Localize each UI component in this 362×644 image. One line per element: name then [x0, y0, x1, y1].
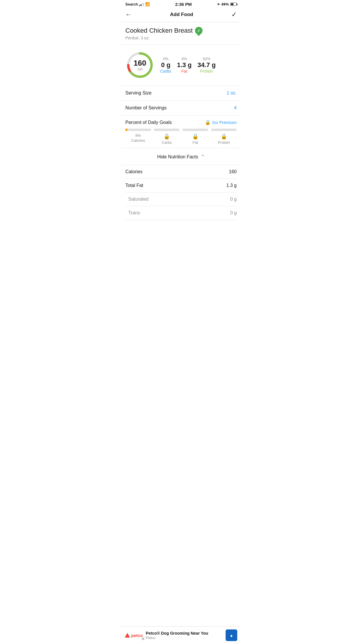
food-name-row: Cooked Chicken Breast: [125, 27, 237, 34]
serving-size-value: 1 oz.: [226, 90, 237, 96]
back-button[interactable]: ←: [125, 11, 132, 18]
goals-labels: 8% Calories 🔒 Carbs 🔒 Fat 🔒 Protein: [125, 133, 237, 145]
macro-item-fat: 8% 1.3 g Fat: [177, 57, 191, 73]
goals-bars: [125, 129, 237, 131]
nutrition-toggle-label: Hide Nutrition Facts: [157, 154, 198, 160]
calorie-donut-chart: 160 cal: [125, 50, 154, 80]
back-carrier-label: Search: [125, 2, 138, 6]
goal-fat-item: 🔒 Fat: [182, 133, 208, 145]
nutrition-calories-label: Calories: [125, 169, 143, 174]
food-name: Cooked Chicken Breast: [125, 27, 193, 34]
location-icon: ➤: [217, 2, 220, 6]
num-servings-label: Number of Servings: [125, 105, 166, 111]
calories-bar: [125, 129, 151, 131]
verified-badge-icon: [194, 25, 204, 36]
nutrition-saturated-value: 0 g: [230, 197, 237, 202]
protein-pct: 92%: [203, 57, 210, 61]
carbs-amount: 0 g: [161, 62, 171, 69]
goals-header: Percent of Daily Goals 🔒 Go Premium: [125, 120, 237, 125]
nutrition-total-fat-label: Total Fat: [125, 183, 143, 188]
protein-label: Protein: [200, 69, 213, 74]
lock-icon: 🔒: [205, 120, 211, 125]
macro-item-carbs: 0% 0 g Carbs: [160, 57, 171, 73]
chevron-up-icon: ⌃: [201, 154, 205, 160]
nutrition-row-calories: Calories 160: [125, 165, 237, 179]
status-left: Search 📶: [125, 2, 150, 6]
calorie-label: cal: [133, 67, 146, 71]
daily-goals-section: Percent of Daily Goals 🔒 Go Premium 8% C…: [121, 116, 241, 148]
serving-size-row[interactable]: Serving Size 1 oz.: [121, 86, 241, 101]
carbs-pct: 0%: [163, 57, 168, 61]
goal-protein-item: 🔒 Protein: [211, 133, 237, 145]
protein-lock-icon: 🔒: [221, 133, 227, 140]
fat-amount: 1.3 g: [177, 62, 191, 69]
status-right: ➤ 49%: [217, 2, 237, 6]
calorie-center: 160 cal: [133, 59, 146, 71]
carbs-bar: [154, 129, 180, 131]
nav-bar: ← Add Food ✓: [121, 8, 241, 22]
num-servings-value: 4: [234, 105, 237, 111]
nutrition-facts-section: Calories 160 Total Fat 1.3 g Saturated 0…: [121, 165, 241, 220]
macros-list: 0% 0 g Carbs 8% 1.3 g Fat 92% 34.7 g Pro…: [160, 57, 237, 73]
goal-calories-item: 8% Calories: [125, 133, 151, 145]
goal-fat-label: Fat: [193, 140, 198, 145]
macro-section: 160 cal 0% 0 g Carbs 8% 1.3 g Fat 92% 34…: [121, 45, 241, 86]
wifi-icon: 📶: [145, 2, 150, 6]
go-premium-label: Go Premium: [212, 120, 237, 125]
fat-label: Fat: [181, 69, 187, 74]
carbs-label: Carbs: [160, 69, 171, 74]
status-time: 2:36 PM: [175, 2, 192, 7]
battery-icon: [230, 3, 237, 6]
protein-bar: [211, 129, 237, 131]
nutrition-trans-label: Trans: [125, 210, 140, 216]
nutrition-trans-value: 0 g: [230, 210, 237, 216]
carbs-lock-icon: 🔒: [164, 133, 170, 140]
goals-title: Percent of Daily Goals: [125, 120, 172, 125]
nutrition-toggle-button[interactable]: Hide Nutrition Facts ⌃: [121, 148, 241, 165]
go-premium-button[interactable]: 🔒 Go Premium: [205, 120, 237, 125]
fat-bar: [182, 129, 208, 131]
calories-bar-fill: [125, 129, 127, 131]
nutrition-calories-value: 160: [229, 169, 237, 174]
food-header: Cooked Chicken Breast Perdue, 3 oz.: [121, 22, 241, 45]
calorie-value: 160: [133, 59, 146, 67]
goal-carbs-item: 🔒 Carbs: [154, 133, 180, 145]
macro-item-protein: 92% 34.7 g Protein: [198, 57, 216, 73]
protein-amount: 34.7 g: [198, 62, 216, 69]
confirm-button[interactable]: ✓: [231, 11, 237, 18]
food-subtitle: Perdue, 3 oz.: [125, 36, 237, 40]
serving-size-label: Serving Size: [125, 90, 152, 96]
status-bar: Search 📶 2:36 PM ➤ 49%: [121, 0, 241, 8]
signal-bars-icon: [139, 3, 144, 6]
page-title: Add Food: [170, 12, 193, 18]
battery-percent: 49%: [221, 2, 229, 6]
goal-protein-label: Protein: [218, 140, 230, 145]
num-servings-row[interactable]: Number of Servings 4: [121, 101, 241, 116]
fat-pct: 8%: [182, 57, 187, 61]
nutrition-row-trans: Trans 0 g: [125, 206, 237, 220]
nutrition-row-total-fat: Total Fat 1.3 g: [125, 179, 237, 192]
goal-calories-pct: 8%: [136, 133, 141, 138]
nutrition-total-fat-value: 1.3 g: [226, 183, 237, 188]
nutrition-saturated-label: Saturated: [125, 197, 148, 202]
goal-calories-label: Calories: [131, 138, 145, 143]
goal-carbs-label: Carbs: [162, 140, 172, 145]
fat-lock-icon: 🔒: [192, 133, 198, 140]
nutrition-row-saturated: Saturated 0 g: [125, 192, 237, 206]
